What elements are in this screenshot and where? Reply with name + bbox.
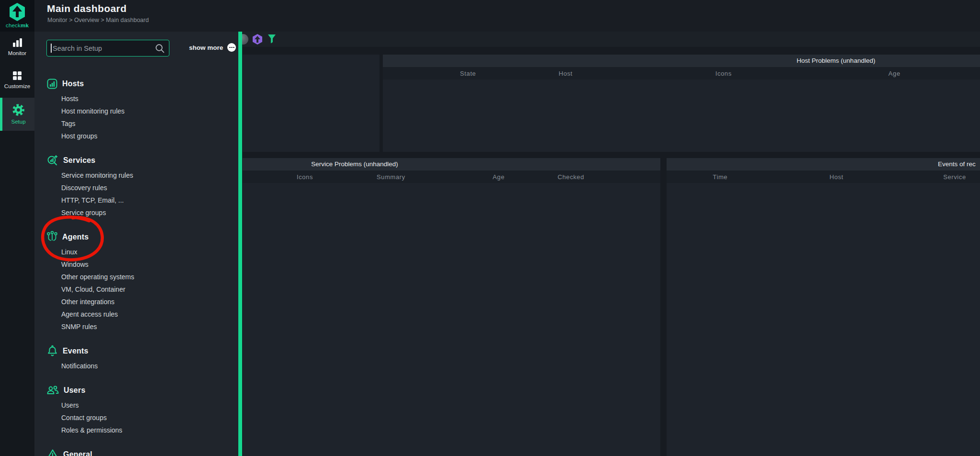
table-header-row: StateHostIconsAge: [383, 67, 980, 80]
setup-section-heading: Services: [46, 154, 234, 167]
setup-section-heading: Agents: [46, 230, 234, 243]
setup-item-users[interactable]: Users: [61, 399, 234, 411]
show-more-button[interactable]: show more: [189, 43, 236, 52]
setup-section-heading: General: [46, 448, 234, 456]
dashboard-toolbar: [242, 32, 980, 47]
setup-item-service-monitoring-rules[interactable]: Service monitoring rules: [61, 169, 234, 182]
dashlet-titlebar: Service Problems (unhandled): [243, 158, 660, 171]
dashlet-empty: [243, 55, 379, 152]
setup-item-vm-cloud-container[interactable]: VM, Cloud, Container: [61, 283, 234, 296]
setup-section-title: Services: [63, 156, 95, 165]
snapin-divider[interactable]: [238, 32, 242, 456]
agents-icon: [46, 231, 58, 243]
column-header-age[interactable]: Age: [889, 70, 901, 77]
dashlet-events: Events of rec TimeHostService: [667, 158, 980, 456]
setup-item-hosts[interactable]: Hosts: [61, 92, 234, 105]
checkmk-hexagon-icon[interactable]: [252, 34, 263, 45]
setup-item-host-monitoring-rules[interactable]: Host monitoring rules: [61, 105, 234, 117]
table-header-row: TimeHostService: [667, 171, 980, 183]
panel-title: Service Problems (unhandled): [311, 160, 398, 168]
text-cursor: [51, 44, 52, 53]
setup-item-contact-groups[interactable]: Contact groups: [61, 411, 234, 424]
checkmk-logo[interactable]: checkmk: [0, 0, 34, 32]
column-header-age[interactable]: Age: [493, 173, 505, 181]
setup-section-agents: AgentsLinuxWindowsOther operating system…: [46, 230, 234, 333]
setup-section-title: Hosts: [62, 80, 84, 88]
search-input[interactable]: [46, 40, 169, 57]
setup-section-title: Agents: [62, 233, 89, 241]
setup-sections: HostsHostsHost monitoring rulesTagsHost …: [46, 77, 234, 456]
filter-icon[interactable]: [267, 34, 276, 44]
setup-item-service-groups[interactable]: Service groups: [61, 206, 234, 219]
setup-item-agent-access-rules[interactable]: Agent access rules: [61, 308, 234, 320]
setup-section-services: ServicesService monitoring rulesDiscover…: [46, 154, 234, 219]
dashlet-titlebar: Events of rec: [667, 158, 980, 171]
dashlet-service-problems: Service Problems (unhandled) IconsSummar…: [243, 158, 660, 456]
setup-section-heading: Users: [46, 384, 234, 397]
grid-icon: [12, 70, 22, 81]
top-header: Main dashboard Monitor > Overview > Main…: [34, 0, 980, 32]
checkmk-wordmark: checkmk: [6, 23, 29, 28]
setup-section-title: Events: [63, 347, 89, 355]
nav-rail: checkmk Monitor Customize Setup: [0, 0, 34, 456]
hosts-icon: [46, 78, 58, 90]
sidebar-item-label: Customize: [0, 83, 34, 89]
setup-section-heading: Hosts: [46, 77, 234, 90]
sidebar-item-customize[interactable]: Customize: [0, 65, 34, 98]
setup-item-other-operating-systems[interactable]: Other operating systems: [61, 271, 234, 283]
ellipsis-icon[interactable]: [227, 43, 236, 52]
breadcrumb[interactable]: Monitor > Overview > Main dashboard: [47, 17, 149, 23]
setup-item-roles-permissions[interactable]: Roles & permissions: [61, 424, 234, 436]
search-icon: [155, 43, 165, 54]
column-header-host[interactable]: Host: [558, 70, 572, 77]
services-icon: [46, 154, 59, 167]
setup-section-title: General: [63, 450, 92, 456]
column-header-state[interactable]: State: [460, 70, 476, 77]
setup-item-discovery-rules[interactable]: Discovery rules: [61, 182, 234, 194]
globe-icon[interactable]: [242, 34, 248, 45]
show-more-label: show more: [189, 44, 223, 51]
setup-section-title: Users: [64, 386, 85, 395]
setup-item-notifications[interactable]: Notifications: [61, 360, 234, 372]
gear-icon: [12, 103, 25, 116]
setup-section-hosts: HostsHostsHost monitoring rulesTagsHost …: [46, 77, 234, 142]
column-header-host[interactable]: Host: [829, 173, 843, 181]
setup-section-general: General: [46, 448, 234, 456]
setup-item-snmp-rules[interactable]: SNMP rules: [61, 320, 234, 333]
sidebar-item-label: Setup: [2, 119, 34, 125]
column-header-checked[interactable]: Checked: [557, 173, 584, 181]
table-header-row: IconsSummaryAgeChecked: [243, 171, 660, 183]
general-icon: [46, 449, 59, 456]
column-header-icons[interactable]: Icons: [715, 70, 732, 77]
setup-section-heading: Events: [46, 344, 234, 357]
setup-item-windows[interactable]: Windows: [61, 258, 234, 271]
panel-title: Host Problems (unhandled): [797, 57, 875, 64]
column-header-icons[interactable]: Icons: [297, 173, 313, 181]
panel-title: Events of rec: [938, 160, 976, 168]
dashlet-host-problems: Host Problems (unhandled) StateHostIcons…: [383, 55, 980, 152]
users-icon: [46, 385, 59, 396]
checkmk-hexagon-logo-icon: [9, 2, 26, 22]
page-title: Main dashboard: [47, 3, 127, 14]
sidebar-item-label: Monitor: [0, 50, 34, 56]
dashboard-main: Host Problems (unhandled) StateHostIcons…: [242, 32, 980, 456]
setup-item-other-integrations[interactable]: Other integrations: [61, 296, 234, 308]
events-icon: [46, 345, 58, 357]
column-header-summary[interactable]: Summary: [377, 173, 405, 181]
sidebar-item-setup[interactable]: Setup: [0, 98, 34, 131]
column-header-time[interactable]: Time: [713, 173, 728, 181]
setup-item-linux[interactable]: Linux: [61, 246, 234, 258]
setup-item-tags[interactable]: Tags: [61, 117, 234, 130]
setup-section-users: UsersUsersContact groupsRoles & permissi…: [46, 384, 234, 436]
dashlet-titlebar: Host Problems (unhandled): [383, 55, 980, 67]
setup-panel: show more HostsHostsHost monitoring rule…: [34, 32, 238, 456]
setup-item-host-groups[interactable]: Host groups: [61, 130, 234, 142]
bar-chart-icon: [11, 37, 23, 48]
column-header-service[interactable]: Service: [943, 173, 966, 181]
setup-section-events: EventsNotifications: [46, 344, 234, 372]
sidebar-item-monitor[interactable]: Monitor: [0, 32, 34, 65]
setup-item-http-tcp-email[interactable]: HTTP, TCP, Email, ...: [61, 194, 234, 206]
